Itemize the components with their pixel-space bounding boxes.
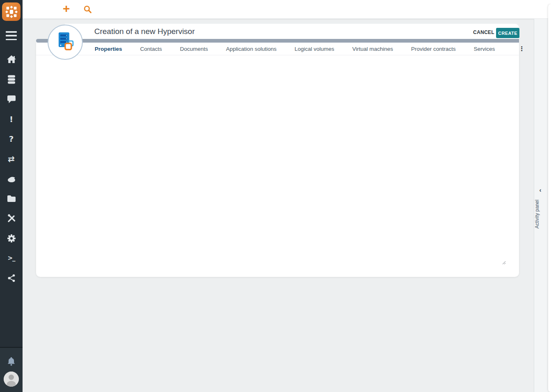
tab-bar: Properties Contacts Documents Applicatio… xyxy=(36,43,519,55)
question-icon[interactable]: ? xyxy=(9,134,14,144)
home-icon[interactable] xyxy=(6,54,17,64)
object-form-card xyxy=(36,43,519,277)
page-title: Creation of a new Hypervisor xyxy=(94,27,195,36)
exclamation-icon[interactable]: ! xyxy=(9,114,13,124)
header-separator-bar xyxy=(36,39,519,43)
tab-logical-volumes[interactable]: Logical volumes xyxy=(294,46,334,52)
hand-icon[interactable] xyxy=(6,174,17,184)
gear-icon[interactable] xyxy=(7,233,16,243)
database-icon[interactable] xyxy=(7,75,16,84)
tab-contacts[interactable]: Contacts xyxy=(140,46,162,52)
search-icon[interactable] xyxy=(83,5,92,16)
sidebar-nav: ! ? ⇄ >_ xyxy=(0,54,23,283)
tab-application-solutions[interactable]: Application solutions xyxy=(226,46,276,52)
menu-toggle-icon[interactable] xyxy=(6,31,17,40)
transfer-arrows-icon[interactable]: ⇄ xyxy=(8,154,15,164)
tab-documents[interactable]: Documents xyxy=(180,46,208,52)
topbar: + xyxy=(23,0,551,19)
cancel-button[interactable]: CANCEL xyxy=(473,29,494,35)
tab-services[interactable]: Services xyxy=(474,46,495,52)
chat-icon[interactable] xyxy=(7,94,16,104)
sidebar: ! ? ⇄ >_ xyxy=(0,0,23,392)
itop-logo-glyph xyxy=(4,4,19,20)
expand-activity-panel-icon[interactable]: ‹ xyxy=(535,186,545,193)
user-avatar[interactable] xyxy=(4,372,19,387)
tab-provider-contracts[interactable]: Provider contracts xyxy=(411,46,456,52)
object-header: Creation of a new Hypervisor CANCEL CREA… xyxy=(65,24,519,39)
more-tabs-icon[interactable]: ⋮ xyxy=(519,45,525,52)
hypervisor-class-icon xyxy=(48,25,83,60)
notifications-bell-icon[interactable] xyxy=(6,356,17,369)
create-new-icon[interactable]: + xyxy=(63,2,70,16)
terminal-icon[interactable]: >_ xyxy=(7,253,15,263)
textarea-resize-handle[interactable] xyxy=(502,259,506,266)
tools-icon[interactable] xyxy=(7,213,16,223)
sidebar-bottom xyxy=(0,347,23,392)
page: ! ? ⇄ >_ xyxy=(0,0,551,392)
folder-icon[interactable] xyxy=(7,194,16,204)
activity-panel-label[interactable]: Activity panel xyxy=(534,196,543,233)
share-icon[interactable] xyxy=(7,273,16,283)
app-logo-icon[interactable] xyxy=(2,2,20,21)
create-button[interactable]: CREATE xyxy=(496,28,519,38)
tab-virtual-machines[interactable]: Virtual machines xyxy=(352,46,393,52)
activity-panel-edge[interactable] xyxy=(548,4,551,392)
tab-properties[interactable]: Properties xyxy=(95,46,122,52)
